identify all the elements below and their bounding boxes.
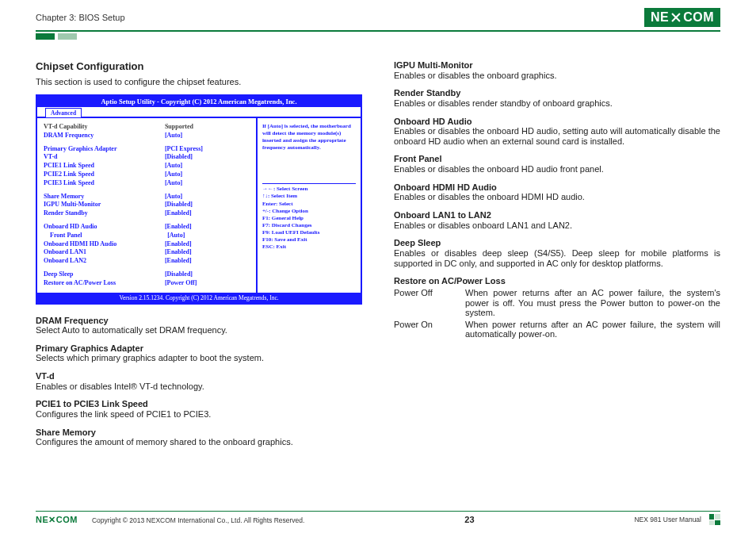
footer-left: NE✕COM Copyright © 2013 NEXCOM Internati… <box>36 515 304 525</box>
bios-setting-label: Onboard HD Audio <box>44 223 165 232</box>
bios-title-bar: Aptio Setup Utility - Copyright (C) 2012… <box>37 96 361 107</box>
bios-setting-row: Onboard LAN2[Enabled] <box>44 257 250 266</box>
bios-key-legend: →←: Select Screen↑↓: Select ItemEnter: S… <box>262 186 356 251</box>
bios-setting-row: DRAM Frequency[Auto] <box>44 132 250 140</box>
bios-help-divider <box>262 183 356 184</box>
description-text: Enables or disables render standby of on… <box>394 98 720 109</box>
header-rule <box>36 30 720 32</box>
restore-option-row: Power OnWhen power returns after an AC p… <box>394 320 720 339</box>
page-header: Chapter 3: BIOS Setup NE COM <box>0 0 756 30</box>
bios-setting-row: VT-d[Disabled] <box>44 153 250 162</box>
description-item: Front PanelEnables or disables the onboa… <box>394 154 720 174</box>
right-descriptions: IGPU Multi-MonitorEnables or disables th… <box>394 60 720 268</box>
description-text: Enables or disables deep sleep (S4/S5). … <box>394 248 720 268</box>
bios-key-line: +/-: Change Option <box>262 208 356 215</box>
description-term: PCIE1 to PCIE3 Link Speed <box>36 399 362 409</box>
description-term: Share Memory <box>36 428 362 438</box>
left-column: Chipset Configuration This section is us… <box>36 60 362 455</box>
bios-key-line: Enter: Select <box>262 201 356 208</box>
description-term: Onboard HD Audio <box>394 117 720 127</box>
description-item: DRAM FrequencySelect Auto to automatical… <box>36 316 362 336</box>
edge-tab <box>36 33 55 40</box>
bios-key-line: →←: Select Screen <box>262 186 356 193</box>
description-item: PCIE1 to PCIE3 Link SpeedConfigures the … <box>36 399 362 419</box>
bios-help-text: If [Auto] is selected, the motherboard w… <box>262 123 356 151</box>
restore-section: Restore on AC/Power Loss Power OffWhen p… <box>394 276 720 339</box>
bios-setting-row: Onboard HD Audio[Enabled] <box>44 223 250 232</box>
description-text: Enables or disables Intel® VT-d technolo… <box>36 382 362 392</box>
description-term: DRAM Frequency <box>36 316 362 326</box>
chapter-label: Chapter 3: BIOS Setup <box>36 13 125 22</box>
bios-settings-panel: VT-d CapabilitySupportedDRAM Frequency[A… <box>37 118 258 293</box>
description-term: Primary Graphics Adapter <box>36 343 362 354</box>
bios-key-line: F1: General Help <box>262 215 356 222</box>
bios-setting-value: [Enabled] <box>165 209 250 218</box>
section-title: Chipset Configuration <box>36 60 362 72</box>
bios-setting-value: [Enabled] <box>165 223 250 232</box>
bios-setting-value: Supported <box>165 123 250 132</box>
description-text: Enables or disables onboard LAN1 and LAN… <box>394 220 720 231</box>
bios-setting-value: [Disabled] <box>165 270 250 279</box>
footer-logo: NE✕COM <box>36 515 78 525</box>
bios-setting-label: PCIE2 Link Speed <box>44 171 165 179</box>
right-column: IGPU Multi-MonitorEnables or disables th… <box>394 60 720 455</box>
page-footer: NE✕COM Copyright © 2013 NEXCOM Internati… <box>36 511 720 526</box>
description-text: Selects which primary graphics adapter t… <box>36 353 362 363</box>
bios-setting-row: IGPU Multi-Monitor[Disabled] <box>44 201 250 209</box>
description-term: Render Standby <box>394 88 720 98</box>
bios-setting-row: Share Memory[Auto] <box>44 193 250 201</box>
description-text: Configures the amount of memory shared t… <box>36 437 362 447</box>
bios-setting-label: Front Panel <box>44 232 167 240</box>
brand-logo: NE COM <box>644 8 720 27</box>
description-text: Enables or disables the onboard HDMI HD … <box>394 192 720 202</box>
bios-setting-label: Onboard LAN2 <box>44 257 165 266</box>
description-term: IGPU Multi-Monitor <box>394 60 720 71</box>
logo-x-icon <box>671 13 681 22</box>
description-item: Primary Graphics AdapterSelects which pr… <box>36 343 362 363</box>
bios-setting-row: Deep Sleep[Disabled] <box>44 270 250 279</box>
bios-setting-label: Share Memory <box>44 193 165 201</box>
bios-setting-value: [Auto] <box>165 193 250 201</box>
description-item: Deep SleepEnables or disables deep sleep… <box>394 238 720 268</box>
description-term: Onboard HDMI HD Audio <box>394 182 720 193</box>
bios-screenshot: Aptio Setup Utility - Copyright (C) 2012… <box>36 94 362 305</box>
description-item: Onboard LAN1 to LAN2Enables or disables … <box>394 210 720 230</box>
bios-setting-row: PCIE1 Link Speed[Auto] <box>44 162 250 171</box>
bios-setting-row: VT-d CapabilitySupported <box>44 123 250 132</box>
footer-manual: NEX 981 User Manual <box>634 516 701 523</box>
restore-options: Power OffWhen power returns after an AC … <box>394 288 720 339</box>
restore-option-row: Power OffWhen power returns after an AC … <box>394 288 720 318</box>
bios-tab-row: Advanced <box>37 107 361 118</box>
footer-right: NEX 981 User Manual <box>634 514 720 525</box>
bios-setting-row: PCIE2 Link Speed[Auto] <box>44 171 250 179</box>
description-term: Front Panel <box>394 154 720 164</box>
bios-setting-value: [Auto] <box>167 232 250 240</box>
bios-setting-label: IGPU Multi-Monitor <box>44 201 165 209</box>
bios-setting-label: Primary Graphics Adapter <box>44 145 165 154</box>
bios-tab-advanced: Advanced <box>45 108 82 117</box>
bios-setting-label: PCIE1 Link Speed <box>44 162 165 171</box>
description-item: Onboard HD AudioEnables or disables the … <box>394 117 720 147</box>
page-edge-tabs <box>0 33 756 44</box>
bios-setting-label: VT-d Capability <box>44 123 165 132</box>
description-text: Configures the link speed of PCIE1 to PC… <box>36 409 362 420</box>
bios-setting-value: [Auto] <box>165 171 250 179</box>
description-item: Render StandbyEnables or disables render… <box>394 88 720 108</box>
bios-key-line: F9: Load UEFI Defaults <box>262 229 356 236</box>
bios-help-panel: If [Auto] is selected, the motherboard w… <box>258 118 361 293</box>
footer-squares-icon <box>709 514 720 525</box>
bios-key-line: ESC: Exit <box>262 243 356 251</box>
bios-setting-label: Restore on AC/Power Loss <box>44 279 165 288</box>
bios-setting-value: [Disabled] <box>165 201 250 209</box>
bios-setting-row: PCIE3 Link Speed[Auto] <box>44 179 250 188</box>
description-item: Share MemoryConfigures the amount of mem… <box>36 428 362 447</box>
bios-setting-label: Onboard HDMI HD Audio <box>44 240 165 249</box>
bios-setting-value: [Auto] <box>165 162 250 171</box>
left-descriptions: DRAM FrequencySelect Auto to automatical… <box>36 316 362 447</box>
bios-key-line: ↑↓: Select Item <box>262 193 356 200</box>
bios-setting-value: [Auto] <box>165 179 250 188</box>
bios-setting-label: Deep Sleep <box>44 270 165 279</box>
bios-setting-value: [Disabled] <box>165 153 250 162</box>
description-term: Onboard LAN1 to LAN2 <box>394 210 720 220</box>
bios-setting-value: [Enabled] <box>165 257 250 266</box>
